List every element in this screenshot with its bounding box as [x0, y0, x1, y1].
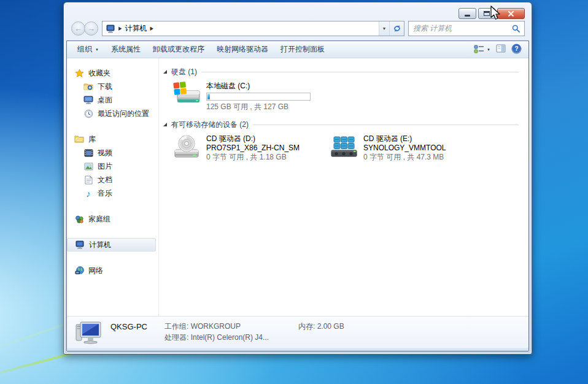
sidebar-item-label: 库 [88, 134, 96, 145]
recent-places-icon [83, 109, 93, 118]
downloads-folder-icon [83, 82, 93, 91]
breadcrumb-arrow-icon[interactable]: ▶ [118, 26, 122, 32]
sidebar-item-label: 收藏夹 [88, 68, 110, 79]
refresh-button[interactable] [389, 21, 404, 36]
computer-name: QKSG-PC [110, 322, 164, 331]
sidebar-item-label: 桌面 [98, 95, 112, 106]
drive-item-d[interactable]: CD 驱动器 (D:) PRO7SP1_X86_ZH-CN_SM 0 字节 可用… [172, 134, 312, 162]
sidebar-item-downloads[interactable]: 下载 [67, 80, 156, 93]
titlebar[interactable] [64, 2, 532, 19]
folder-content: 硬盘 (1) [159, 58, 528, 316]
sidebar-item-libraries[interactable]: 库 [67, 132, 156, 146]
sidebar-item-favorites[interactable]: 收藏夹 [67, 66, 156, 80]
group-title: 硬盘 (1) [171, 67, 197, 77]
collapse-triangle-icon [163, 70, 167, 74]
memory-field: 内存: 2.00 GB [298, 321, 344, 332]
drive-name: CD 驱动器 (D:) [206, 134, 300, 144]
sidebar-item-label: 最近访问的位置 [98, 109, 149, 119]
drive-name: CD 驱动器 (E:) [363, 134, 446, 144]
sidebar-item-music[interactable]: ♪ 音乐 [67, 186, 156, 200]
group-header-removable[interactable]: 有可移动存储的设备 (2) [163, 119, 520, 130]
open-control-panel-button[interactable]: 打开控制面板 [274, 42, 331, 57]
desktop-icon [83, 95, 93, 105]
details-pane: QKSG-PC 工作组: WORKGROUP 内存: 2.00 GB 处理器: … [67, 316, 528, 348]
capacity-bar-fill [207, 94, 210, 99]
capacity-bar [206, 93, 311, 101]
drive-capacity-text: 0 字节 可用 , 共 47.3 MB [363, 153, 446, 162]
explorer-client-area: 组织 ▼ 系统属性 卸载或更改程序 映射网络驱动器 打开控制面板 [66, 40, 529, 351]
command-toolbar: 组织 ▼ 系统属性 卸载或更改程序 映射网络驱动器 打开控制面板 [67, 41, 528, 58]
address-bar[interactable]: ▶ 计算机 ▶ ▼ [102, 21, 404, 36]
computer-icon [75, 320, 103, 345]
drive-item-c[interactable]: 本地磁盘 (C:) 125 GB 可用 , 共 127 GB [172, 81, 520, 112]
documents-icon [83, 175, 93, 185]
desktop-wallpaper: ← → ▶ 计算机 ▶ ▼ [0, 0, 588, 384]
network-icon [74, 266, 84, 275]
drive-capacity-text: 125 GB 可用 , 共 127 GB [206, 102, 311, 112]
navigation-bar: ← → ▶ 计算机 ▶ ▼ [64, 19, 532, 38]
sidebar-item-computer[interactable]: 计算机 [67, 238, 156, 252]
pictures-icon [83, 161, 93, 171]
hard-disk-icon [172, 81, 201, 107]
refresh-icon [393, 25, 401, 33]
close-icon [508, 11, 514, 17]
sidebar-item-documents[interactable]: 文档 [67, 173, 156, 186]
computer-icon [75, 240, 85, 250]
breadcrumb-arrow-icon[interactable]: ▶ [150, 26, 153, 32]
libraries-icon [74, 134, 84, 144]
help-icon: ? [511, 44, 522, 54]
sidebar-item-label: 视频 [98, 148, 112, 158]
workgroup-field: 工作组: WORKGROUP [164, 321, 298, 332]
help-button[interactable]: ? [511, 44, 522, 56]
organize-button[interactable]: 组织 ▼ [71, 42, 105, 57]
explorer-window: ← → ▶ 计算机 ▶ ▼ [63, 2, 532, 355]
sidebar-item-label: 网络 [88, 266, 103, 276]
minimize-icon [465, 15, 470, 17]
sidebar-item-network[interactable]: 网络 [67, 264, 156, 277]
sidebar-item-recent-places[interactable]: 最近访问的位置 [67, 107, 156, 120]
uninstall-program-button[interactable]: 卸载或更改程序 [147, 42, 211, 57]
star-icon [74, 68, 84, 78]
breadcrumb-item-computer[interactable]: 计算机 [125, 23, 147, 34]
sidebar-item-videos[interactable]: 视频 [67, 146, 156, 159]
search-box[interactable]: 搜索 计算机 [408, 21, 525, 36]
system-properties-button[interactable]: 系统属性 [105, 42, 147, 57]
window-bottom-strip [67, 348, 528, 351]
chevron-down-icon: ▼ [382, 26, 387, 31]
views-icon [474, 45, 484, 54]
search-placeholder: 搜索 计算机 [413, 23, 509, 34]
drive-capacity-text: 0 字节 可用 , 共 1.18 GB [206, 153, 300, 162]
mouse-cursor [489, 6, 502, 21]
group-divider [253, 125, 519, 125]
sidebar-item-homegroup[interactable]: 家庭组 [67, 212, 156, 226]
sidebar-item-label: 家庭组 [88, 214, 110, 225]
collapse-triangle-icon [163, 123, 167, 126]
videos-icon [83, 148, 93, 158]
forward-icon: → [87, 25, 95, 33]
drive-item-e[interactable]: CD 驱动器 (E:) SYNOLOGY_VMMTOOL 0 字节 可用 , 共… [330, 134, 470, 162]
sidebar-item-label: 文档 [98, 175, 112, 185]
forward-button[interactable]: → [84, 21, 98, 36]
preview-pane-button[interactable] [496, 44, 506, 55]
group-header-harddisks[interactable]: 硬盘 (1) [163, 66, 520, 77]
organize-label: 组织 [77, 44, 92, 55]
address-dropdown-button[interactable]: ▼ [379, 21, 389, 36]
minimize-button[interactable] [458, 8, 476, 19]
map-network-drive-button[interactable]: 映射网络驱动器 [211, 42, 274, 57]
change-view-button[interactable]: ▼ [474, 45, 490, 54]
back-button[interactable]: ← [71, 21, 85, 36]
sidebar-item-desktop[interactable]: 桌面 [67, 93, 156, 107]
sidebar-item-label: 计算机 [89, 240, 111, 250]
group-divider [201, 72, 519, 72]
search-icon[interactable] [512, 25, 520, 33]
preview-pane-icon [496, 44, 506, 53]
sidebar-item-pictures[interactable]: 图片 [67, 159, 156, 173]
volume-label: SYNOLOGY_VMMTOOL [363, 144, 446, 153]
sidebar-item-label: 下载 [98, 82, 112, 92]
chevron-down-icon: ▼ [487, 48, 490, 52]
homegroup-icon [74, 214, 84, 224]
chevron-down-icon: ▼ [95, 48, 99, 52]
drive-name: 本地磁盘 (C:) [206, 82, 311, 91]
computer-icon [106, 24, 115, 34]
group-title: 有可移动存储的设备 (2) [171, 120, 249, 130]
